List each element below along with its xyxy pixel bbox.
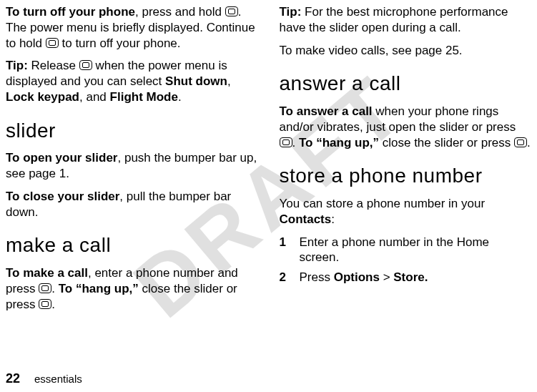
- step-1: 1 Enter a phone number in the Home scree…: [280, 235, 532, 266]
- end-key-icon: [514, 137, 527, 147]
- t: Release: [28, 59, 79, 72]
- page-number: 22: [6, 371, 20, 386]
- opt-shut-down: Shut down: [165, 74, 227, 88]
- t: You can store a phone number in your: [280, 197, 486, 210]
- t: >: [380, 270, 393, 284]
- heading-store-number: store a phone number: [280, 163, 532, 189]
- end-key-icon: [39, 299, 51, 309]
- hang-bold: To “hang up,”: [59, 282, 139, 295]
- tip-label: Tip:: [280, 5, 302, 19]
- tip-label: Tip:: [6, 59, 28, 72]
- heading-answer-call: answer a call: [280, 71, 532, 97]
- send-key-icon: [280, 137, 292, 147]
- t: .: [178, 90, 182, 104]
- step-2: 2 Press Options > Store.: [280, 270, 532, 285]
- video-calls-ref: To make video calls, see page 25.: [280, 43, 532, 59]
- right-column: Tip: For the best microphone performance…: [280, 4, 532, 351]
- heading-make-call: make a call: [6, 232, 258, 258]
- opt-lock-keypad: Lock keypad: [6, 90, 79, 104]
- t: .: [527, 136, 531, 150]
- t: Press: [300, 270, 334, 284]
- send-key-icon: [39, 283, 51, 293]
- answer-bold: To answer a call: [280, 104, 373, 118]
- store-label: Store.: [393, 270, 428, 284]
- open-slider-paragraph: To open your slider, push the bumper bar…: [6, 150, 258, 182]
- t: ,: [227, 74, 231, 88]
- step-1-number: 1: [280, 235, 288, 266]
- heading-slider: slider: [6, 118, 258, 144]
- section-name: essentials: [34, 373, 82, 385]
- store-intro: You can store a phone number in your Con…: [280, 196, 532, 227]
- make-call-paragraph: To make a call, enter a phone number and…: [6, 265, 258, 312]
- options-label: Options: [334, 270, 380, 284]
- turn-off-paragraph: To turn off your phone, press and hold .…: [6, 4, 258, 51]
- left-column: To turn off your phone, press and hold .…: [6, 4, 258, 351]
- close-slider-paragraph: To close your slider, pull the bumper ba…: [6, 189, 258, 220]
- t: to turn off your phone.: [59, 36, 181, 50]
- power-key-icon: [225, 6, 238, 16]
- t: For the best microphone performance have…: [280, 5, 508, 34]
- close-bold: To close your slider: [6, 190, 119, 203]
- t: :: [331, 212, 335, 226]
- hang-bold: To “hang up,”: [299, 136, 379, 150]
- power-key-icon: [46, 38, 59, 48]
- t: , and: [79, 90, 110, 104]
- power-key-icon: [79, 60, 92, 70]
- t: close the slider or press: [379, 136, 514, 150]
- step-2-text: Press Options > Store.: [300, 270, 428, 285]
- page-columns: To turn off your phone, press and hold .…: [0, 0, 537, 351]
- contacts-label: Contacts: [280, 212, 332, 226]
- answer-call-paragraph: To answer a call when your phone rings a…: [280, 104, 532, 150]
- t: , press and hold: [135, 5, 225, 19]
- step-1-text: Enter a phone number in the Home screen.: [299, 235, 531, 266]
- t: .: [51, 282, 58, 295]
- t: .: [292, 136, 299, 150]
- turn-off-bold: To turn off your phone: [6, 5, 135, 19]
- open-bold: To open your slider: [6, 151, 117, 165]
- opt-flight-mode: Flight Mode: [110, 90, 178, 104]
- make-bold: To make a call: [6, 266, 88, 280]
- tip-power-menu: Tip: Release when the power menu is disp…: [6, 58, 258, 104]
- tip-mic: Tip: For the best microphone performance…: [280, 4, 532, 36]
- t: .: [51, 298, 55, 311]
- page-footer: 22essentials: [6, 371, 82, 386]
- step-2-number: 2: [280, 270, 288, 285]
